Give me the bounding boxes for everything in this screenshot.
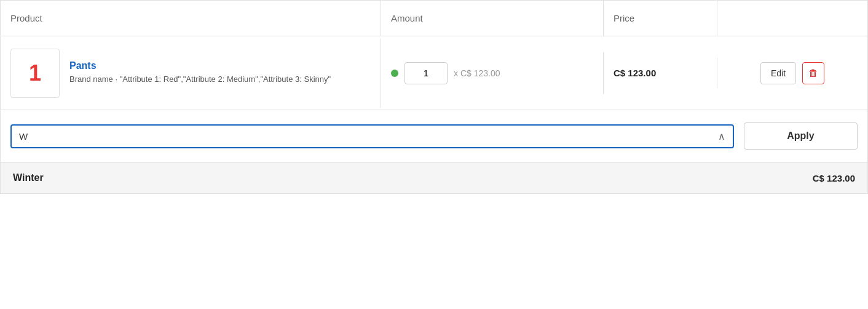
- thumbnail-number: 1: [29, 60, 41, 86]
- order-table: Product Amount Price 1 Pants Brand name …: [0, 0, 868, 194]
- quantity-input[interactable]: [404, 62, 448, 84]
- actions-header: [717, 1, 867, 36]
- amount-cell: x C$ 123.00: [381, 52, 604, 94]
- status-indicator: [391, 70, 398, 77]
- actions-cell: Edit 🗑: [717, 52, 867, 94]
- apply-button[interactable]: Apply: [744, 122, 858, 150]
- delete-button[interactable]: 🗑: [802, 62, 824, 84]
- discount-row: ∧ Apply: [1, 110, 867, 163]
- discount-input-wrapper[interactable]: ∧: [10, 124, 734, 148]
- product-cell: 1 Pants Brand name · "Attribute 1: Red",…: [1, 39, 381, 108]
- chevron-up-icon[interactable]: ∧: [718, 130, 725, 142]
- product-name: Pants: [69, 60, 331, 71]
- product-info: Pants Brand name · "Attribute 1: Red","A…: [69, 60, 331, 85]
- product-header: Product: [1, 1, 381, 36]
- amount-header: Amount: [381, 1, 604, 36]
- unit-price: x C$ 123.00: [454, 68, 500, 78]
- summary-price: C$ 123.00: [744, 173, 858, 183]
- product-thumbnail: 1: [10, 49, 60, 98]
- trash-icon: 🗑: [808, 68, 818, 79]
- product-attributes: Brand name · "Attribute 1: Red","Attribu…: [69, 74, 331, 85]
- product-row: 1 Pants Brand name · "Attribute 1: Red",…: [1, 36, 867, 110]
- table-header: Product Amount Price: [1, 1, 867, 36]
- line-price: C$ 123.00: [604, 58, 717, 88]
- discount-input[interactable]: [19, 131, 718, 142]
- edit-button[interactable]: Edit: [760, 62, 796, 84]
- summary-label: Winter: [10, 172, 744, 183]
- price-header: Price: [604, 1, 717, 36]
- summary-row: Winter C$ 123.00: [1, 163, 867, 193]
